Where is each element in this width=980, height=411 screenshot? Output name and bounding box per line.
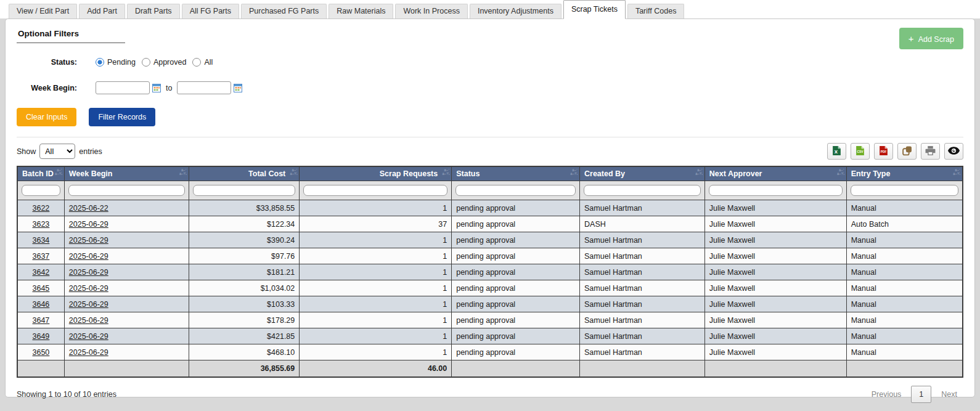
previous-page-button[interactable]: Previous [865, 386, 908, 402]
tab-view-edit-part[interactable]: View / Edit Part [9, 4, 77, 18]
table-body: 36222025-06-22$33,858.551pending approva… [17, 200, 963, 360]
status-radio-all[interactable] [192, 58, 201, 67]
week-begin-link[interactable]: 2025-06-29 [69, 284, 108, 293]
tab-purchased-fg-parts[interactable]: Purchased FG Parts [241, 4, 327, 18]
week-begin-link[interactable]: 2025-06-29 [69, 236, 108, 245]
cell-next-approver: Julie Maxwell [704, 344, 846, 360]
add-scrap-button[interactable]: +Add Scrap [899, 28, 963, 49]
cell-batch-id: 3646 [17, 296, 64, 312]
status-radio-pending[interactable] [96, 58, 104, 67]
filter-input-batch-id[interactable] [22, 185, 60, 196]
table-row: 36422025-06-29$181.211pending approvalSa… [17, 264, 963, 280]
status-option-approved[interactable]: Approved [142, 58, 187, 67]
status-option-pending[interactable]: Pending [96, 58, 136, 67]
column-header-next-approver[interactable]: Next Approverâ–´ â–¾ [704, 166, 846, 181]
cell-total-cost: $181.21 [189, 264, 300, 280]
week-begin-to-input[interactable] [177, 81, 231, 94]
entries-summary: Showing 1 to 10 of 10 entries [17, 390, 116, 399]
footer-cell-created-by [580, 360, 705, 377]
calendar-icon[interactable] [152, 84, 161, 94]
next-page-button[interactable]: Next [935, 386, 963, 402]
column-header-status[interactable]: Statusâ–´ â–¾ [452, 166, 580, 181]
batch-id-link[interactable]: 3649 [32, 332, 49, 341]
cell-week-begin: 2025-06-29 [64, 248, 189, 264]
column-header-batch-id[interactable]: Batch IDâ–´ â–¾ [17, 166, 64, 181]
status-radio-approved[interactable] [142, 58, 150, 67]
week-begin-link[interactable]: 2025-06-29 [69, 300, 108, 309]
sort-icon: â–´ â–¾ [837, 169, 844, 176]
print-export-button[interactable] [921, 143, 940, 160]
filter-records-button[interactable]: Filter Records [89, 108, 155, 126]
week-begin-link[interactable]: 2025-06-29 [69, 348, 108, 357]
column-header-created-by[interactable]: Created Byâ–´ â–¾ [580, 166, 705, 181]
divider [17, 137, 963, 137]
status-option-all[interactable]: All [192, 58, 213, 67]
filter-input-total-cost[interactable] [193, 185, 296, 196]
filter-input-status[interactable] [455, 185, 576, 196]
cell-created-by: Samuel Hartman [580, 248, 705, 264]
batch-id-link[interactable]: 3650 [32, 348, 49, 357]
column-header-scrap-requests[interactable]: Scrap Requestsâ–´ â–¾ [300, 166, 452, 181]
week-begin-link[interactable]: 2025-06-22 [69, 204, 108, 213]
week-begin-link[interactable]: 2025-06-29 [69, 316, 108, 325]
cell-entry-type: Auto Batch [846, 216, 963, 232]
filter-input-created-by[interactable] [584, 185, 701, 196]
column-visibility-export-button[interactable] [944, 143, 963, 160]
tab-add-part[interactable]: Add Part [79, 4, 125, 18]
cell-total-cost: $421.85 [189, 328, 300, 344]
column-header-total-cost[interactable]: Total Costâ–´ â–¾ [189, 166, 300, 181]
tab-work-in-process[interactable]: Work In Process [395, 4, 467, 18]
tab-all-fg-parts[interactable]: All FG Parts [182, 4, 239, 18]
footer-cell-batch-id [17, 360, 64, 377]
cell-batch-id: 3634 [17, 232, 64, 248]
cell-week-begin: 2025-06-29 [64, 328, 189, 344]
batch-id-link[interactable]: 3622 [32, 204, 49, 213]
week-begin-link[interactable]: 2025-06-29 [69, 220, 108, 229]
tab-scrap-tickets[interactable]: Scrap Tickets [563, 0, 626, 19]
calendar-icon[interactable] [234, 84, 242, 94]
cell-total-cost: $390.24 [189, 232, 300, 248]
filter-input-entry-type[interactable] [851, 185, 958, 196]
batch-id-link[interactable]: 3647 [32, 316, 49, 325]
batch-id-link[interactable]: 3637 [32, 252, 49, 261]
excel-export-button[interactable]: x [827, 143, 846, 160]
clear-inputs-button[interactable]: Clear Inputs [17, 108, 76, 126]
cell-status: pending approval [452, 216, 580, 232]
cell-entry-type: Manual [846, 328, 963, 344]
plus-icon: + [909, 33, 914, 44]
cell-total-cost: $468.10 [189, 344, 300, 360]
tab-tariff-codes[interactable]: Tariff Codes [627, 4, 684, 18]
copy-export-button[interactable] [897, 143, 917, 160]
tab-draft-parts[interactable]: Draft Parts [127, 4, 180, 18]
tab-inventory-adjustments[interactable]: Inventory Adjustments [470, 4, 561, 18]
cell-batch-id: 3645 [17, 280, 64, 296]
batch-id-link[interactable]: 3645 [32, 284, 49, 293]
filter-input-next-approver[interactable] [709, 185, 843, 196]
cell-status: pending approval [452, 248, 580, 264]
export-buttons: xCSVPDF [823, 143, 963, 160]
column-header-entry-type[interactable]: Entry Typeâ–´ â–¾ [846, 166, 963, 181]
cell-total-cost: $178.29 [189, 312, 300, 328]
csv-export-button[interactable]: CSV [851, 143, 870, 160]
cell-total-cost: $103.33 [189, 296, 300, 312]
batch-id-link[interactable]: 3646 [32, 300, 49, 309]
week-begin-link[interactable]: 2025-06-29 [69, 268, 108, 277]
tab-raw-materials[interactable]: Raw Materials [329, 4, 393, 18]
filter-input-scrap-requests[interactable] [303, 185, 447, 196]
footer-cell-scrap-requests: 46.00 [300, 360, 452, 377]
pdf-export-button[interactable]: PDF [874, 143, 893, 160]
filter-input-week-begin[interactable] [68, 185, 185, 196]
sort-icon: â–´ â–¾ [179, 169, 187, 176]
cell-entry-type: Manual [846, 296, 963, 312]
week-begin-link[interactable]: 2025-06-29 [69, 252, 108, 261]
page-length-select[interactable]: All [39, 144, 75, 159]
week-begin-link[interactable]: 2025-06-29 [69, 332, 108, 341]
current-page-button[interactable]: 1 [911, 386, 931, 403]
week-begin-from-input[interactable] [96, 81, 150, 94]
batch-id-link[interactable]: 3634 [32, 236, 49, 245]
column-header-week-begin[interactable]: Week Beginâ–´ â–¾ [64, 166, 189, 181]
footer-cell-next-approver [704, 360, 846, 377]
batch-id-link[interactable]: 3642 [32, 268, 49, 277]
cell-next-approver: Julie Maxwell [704, 296, 846, 312]
batch-id-link[interactable]: 3623 [32, 220, 49, 229]
